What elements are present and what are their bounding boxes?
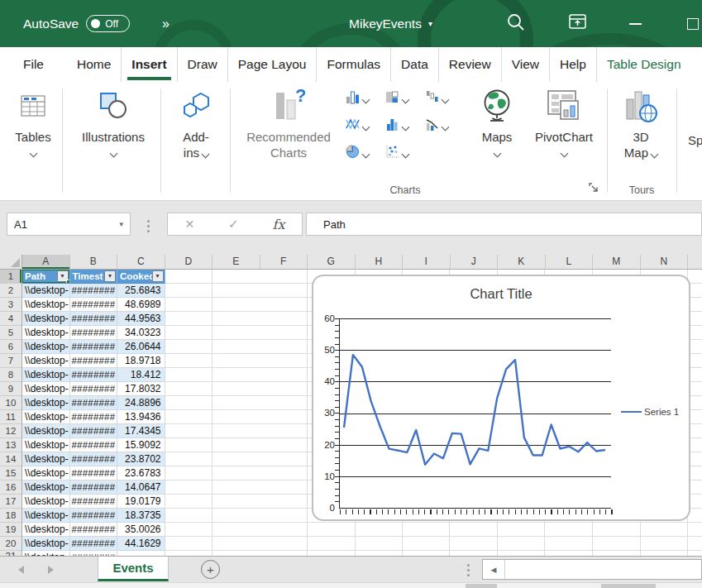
- row-header[interactable]: 14: [0, 452, 21, 466]
- charts-dialog-launcher-button[interactable]: [589, 183, 602, 196]
- document-title-button[interactable]: MikeyEvents ▾: [40, 0, 702, 47]
- cell-path[interactable]: \\desktop-: [22, 298, 70, 312]
- previous-sheet-icon[interactable]: [18, 566, 24, 574]
- column-header[interactable]: I: [403, 255, 451, 269]
- ribbon-tab[interactable]: Page Layou: [227, 47, 317, 82]
- row-header[interactable]: 16: [0, 480, 21, 495]
- cell-timestamp[interactable]: ########: [70, 410, 118, 424]
- cell-path[interactable]: \\desktop-: [22, 424, 70, 438]
- cell-path[interactable]: \\desktop-: [22, 438, 70, 452]
- formula-bar-drag-handle[interactable]: [147, 220, 150, 222]
- row-header[interactable]: 9: [0, 382, 21, 396]
- insert-hierarchy-chart-button[interactable]: [385, 90, 408, 108]
- next-sheet-icon[interactable]: [48, 566, 54, 574]
- insert-waterfall-chart-button[interactable]: [425, 90, 448, 108]
- row-header[interactable]: 8: [0, 368, 21, 382]
- new-sheet-button[interactable]: +: [201, 560, 220, 579]
- cell-path[interactable]: \\desktop-: [22, 340, 70, 354]
- cell-cooked[interactable]: 17.8032: [117, 382, 165, 396]
- cell-timestamp[interactable]: ########: [70, 424, 118, 438]
- maximize-button[interactable]: [678, 0, 702, 47]
- cell-timestamp[interactable]: ########: [70, 284, 118, 298]
- cell-timestamp[interactable]: ########: [70, 354, 118, 368]
- table-header-cell[interactable]: Timest ▼: [70, 270, 118, 284]
- ribbon-display-options-button[interactable]: [561, 0, 594, 47]
- cell-path[interactable]: \\desktop-: [22, 354, 70, 368]
- row-header[interactable]: 2: [0, 284, 21, 298]
- cell-timestamp[interactable]: ########: [70, 340, 118, 354]
- row-header[interactable]: 11: [0, 410, 21, 424]
- column-header[interactable]: G: [308, 255, 356, 269]
- ribbon-tab[interactable]: Draw: [177, 47, 227, 82]
- cell-timestamp[interactable]: ########: [70, 495, 118, 509]
- sheet-tab-events[interactable]: Events: [98, 557, 169, 581]
- row-header[interactable]: 5: [0, 326, 21, 340]
- column-header[interactable]: K: [498, 255, 546, 269]
- ribbon-tab[interactable]: Data: [390, 47, 438, 82]
- column-header[interactable]: M: [593, 255, 641, 269]
- select-all-button[interactable]: [0, 255, 22, 269]
- insert-line-chart-button[interactable]: [346, 117, 369, 135]
- row-header[interactable]: 17: [0, 495, 21, 509]
- cell-path[interactable]: \\desktop-: [22, 396, 70, 410]
- cell-timestamp[interactable]: ########: [70, 438, 118, 452]
- ribbon-tab[interactable]: Table Design: [596, 47, 691, 82]
- cell-timestamp[interactable]: ########: [70, 368, 118, 382]
- ribbon-tab[interactable]: Formulas: [316, 47, 390, 82]
- cell-cooked[interactable]: 23.8702: [117, 452, 165, 466]
- cell-path[interactable]: \\desktop-: [22, 410, 70, 424]
- ribbon-tab[interactable]: View: [501, 47, 549, 82]
- row-header[interactable]: 7: [0, 354, 21, 368]
- formula-bar-input[interactable]: Path: [306, 213, 702, 236]
- cell-cooked[interactable]: 19.0179: [117, 495, 165, 509]
- cell-timestamp[interactable]: ########: [70, 509, 118, 523]
- horizontal-scrollbar[interactable]: ◀: [482, 559, 702, 580]
- cell-timestamp[interactable]: ########: [70, 326, 118, 340]
- chart-title[interactable]: Chart Title: [313, 286, 689, 302]
- ribbon-tab[interactable]: Help: [549, 47, 596, 82]
- cell-path[interactable]: \\desktop-: [22, 382, 70, 396]
- insert-column-chart-button[interactable]: [346, 90, 369, 108]
- cell-timestamp[interactable]: ########: [70, 480, 118, 495]
- cell-timestamp[interactable]: ########: [70, 466, 118, 480]
- cell-timestamp[interactable]: ########: [70, 537, 118, 551]
- cell-cooked[interactable]: 23.6783: [117, 466, 165, 480]
- search-button[interactable]: [499, 0, 532, 47]
- scroll-left-icon[interactable]: ◀: [483, 560, 505, 579]
- row-header[interactable]: 4: [0, 312, 21, 326]
- row-header[interactable]: 19: [0, 523, 21, 537]
- cell-path[interactable]: \\desktop-: [22, 466, 70, 480]
- column-header[interactable]: L: [546, 255, 594, 269]
- column-header[interactable]: B: [70, 255, 118, 269]
- row-header[interactable]: 20: [0, 537, 21, 551]
- cell-cooked[interactable]: 13.9436: [117, 410, 165, 424]
- cell-path[interactable]: \\desktop-: [22, 312, 70, 326]
- filter-icon[interactable]: ▼: [57, 270, 69, 282]
- cell-timestamp[interactable]: ########: [70, 452, 118, 466]
- cell-timestamp[interactable]: ########: [70, 382, 118, 396]
- row-header[interactable]: 6: [0, 340, 21, 354]
- column-header[interactable]: E: [213, 255, 260, 269]
- cell-timestamp[interactable]: ########: [70, 298, 118, 312]
- illustrations-button[interactable]: Illustrations: [66, 82, 160, 156]
- column-header[interactable]: A: [22, 255, 70, 269]
- autosave-toggle[interactable]: Off: [86, 15, 130, 32]
- ribbon-tab[interactable]: File: [13, 47, 54, 82]
- chart-legend[interactable]: Series 1: [621, 407, 679, 417]
- insert-pie-chart-button[interactable]: [346, 145, 369, 162]
- filter-icon[interactable]: ▼: [104, 270, 116, 282]
- recommended-charts-button[interactable]: ? Recommended Charts: [233, 82, 344, 161]
- maps-button[interactable]: Maps: [467, 82, 527, 156]
- cell-timestamp[interactable]: ########: [70, 523, 118, 537]
- row-header[interactable]: 12: [0, 424, 21, 438]
- row-header[interactable]: 15: [0, 466, 21, 480]
- cell-path[interactable]: \\desktop-: [22, 523, 70, 537]
- row-header[interactable]: 10: [0, 396, 21, 410]
- insert-combo-chart-button[interactable]: [425, 117, 448, 135]
- filter-icon[interactable]: ▼: [152, 270, 164, 282]
- cancel-icon[interactable]: ✕: [184, 218, 194, 231]
- column-header[interactable]: C: [117, 255, 165, 269]
- tables-button[interactable]: Tables: [5, 82, 61, 156]
- table-header-cell[interactable]: Path ▼: [22, 270, 70, 284]
- column-header[interactable]: H: [356, 255, 404, 269]
